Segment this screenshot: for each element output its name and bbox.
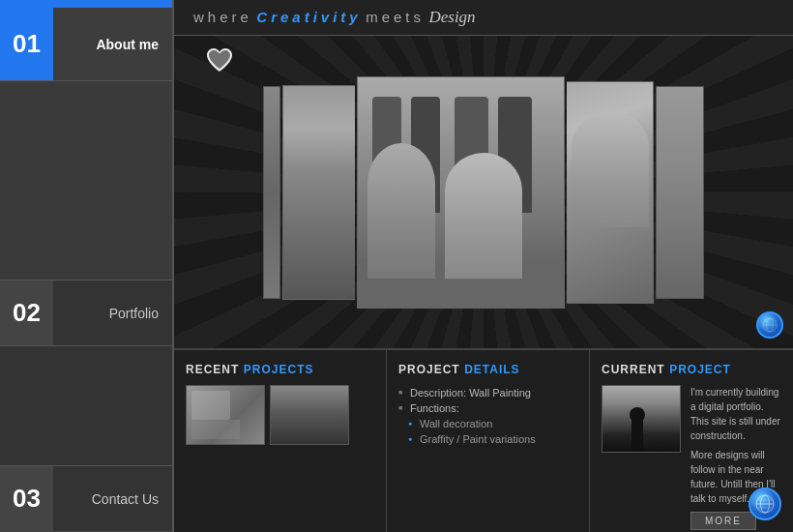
photo-strip-far-right [656,86,704,299]
detail-sub-1: ● Wall decoration [398,416,577,431]
gallery [174,36,793,348]
more-button[interactable]: MORE [690,512,756,530]
bottom-section: RECENT PROJECTS PROJECT DETAILS [174,348,793,532]
sidebar-label-about: About me [96,37,159,52]
globe-icon-container[interactable] [756,311,783,339]
current-desc-1: I'm currently building a digital portfol… [690,385,781,443]
thumb-1[interactable] [186,385,265,445]
detail-list: ■ Description: Wall Painting ■ Functions… [398,385,577,447]
desc-value: Wall Painting [469,387,531,399]
globe-icon[interactable] [756,311,783,339]
sidebar-label-contact: Contact Us [92,491,159,507]
gallery-photos [253,67,714,318]
recent-projects-panel: RECENT PROJECTS [174,350,387,532]
sidebar-item-about[interactable]: 01 About me [0,8,172,81]
sidebar-num-02: 02 [13,298,41,328]
main-content: where Creativity meets Design [172,0,793,532]
photo-strip-far-left [263,86,280,299]
tagline-creativity: Creativity [256,9,361,25]
tagline-design: Design [428,8,475,26]
sidebar-space-1 [0,81,172,280]
sidebar-space-2 [0,346,172,465]
photo-strip-right [567,81,654,304]
project-thumbs [186,385,374,445]
photo-main [357,76,565,309]
detail-functions: ■ Functions: [398,400,577,416]
recent-title-pre: RECENT [186,363,239,376]
details-title-highlight: DETAILS [464,363,519,376]
sidebar-item-portfolio[interactable]: 02 Portfolio [0,280,172,346]
heart-icon [205,47,234,78]
sidebar-item-contact[interactable]: 03 Contact Us [0,465,172,532]
func-label: Functions: [410,402,459,414]
sidebar: 01 About me 02 Portfolio 03 Contact Us [0,0,172,532]
details-title-pre: PROJECT [398,363,460,376]
detail-sub-2: ● Graffity / Paint variations [398,431,577,447]
project-details-title: PROJECT DETAILS [398,360,577,377]
current-project-title: CURRENT PROJECT [602,360,781,377]
tagline-mid: meets [366,9,425,25]
recent-projects-title: RECENT PROJECTS [186,360,374,377]
tagline-pre: where [193,9,252,25]
current-title-highlight: PROJECT [669,363,731,376]
globe-bottom-icon [755,494,775,514]
detail-description: ■ Description: Wall Painting [398,385,577,400]
photo-strip-left [282,85,355,300]
sidebar-label-portfolio: Portfolio [109,306,159,321]
current-thumb [602,385,681,453]
thumb-2[interactable] [270,385,349,445]
sidebar-num-03: 03 [13,484,41,514]
project-details-panel: PROJECT DETAILS ■ Description: Wall Pain… [387,350,590,532]
desc-label: Description: [410,387,466,399]
recent-title-highlight: PROJECTS [244,363,314,376]
bottom-right-globe-button[interactable] [749,488,781,520]
current-title-pre: CURRENT [602,363,665,376]
sidebar-accent-bar [0,0,172,8]
sidebar-num-01: 01 [13,29,41,59]
header: where Creativity meets Design [174,0,793,36]
